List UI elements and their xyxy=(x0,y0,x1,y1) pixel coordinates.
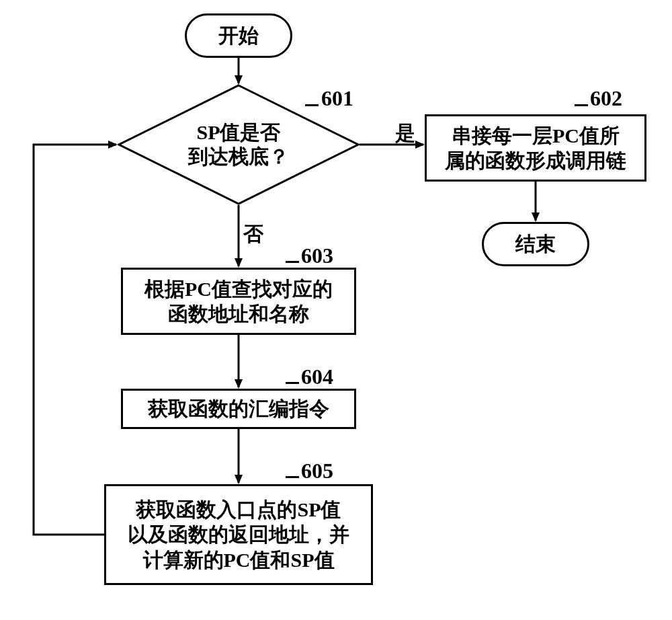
arrows-layer xyxy=(0,0,672,620)
